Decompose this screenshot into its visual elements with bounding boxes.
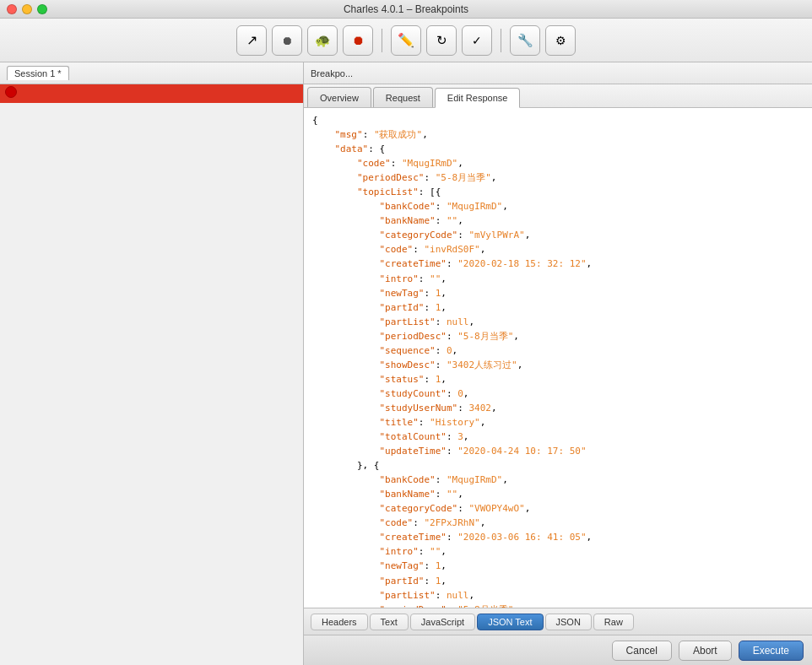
breakpoint-icon: ⏺ bbox=[352, 33, 365, 47]
toolbar: ↗ ⏺ 🐢 ⏺ ✏️ ↻ ✓ 🔧 ⚙ bbox=[0, 19, 812, 62]
tab-edit-response[interactable]: Edit Response bbox=[435, 88, 521, 108]
tab-overview[interactable]: Overview bbox=[307, 87, 371, 107]
toolbar-separator-1 bbox=[382, 29, 382, 52]
throttle-icon: 🐢 bbox=[315, 33, 331, 48]
session-tab[interactable]: Session 1 * bbox=[7, 66, 69, 80]
main-container: Session 1 * Breakpo... Overview Request bbox=[0, 62, 812, 665]
titlebar: Charles 4.0.1 – Breakpoints bbox=[0, 0, 812, 19]
tab-request[interactable]: Request bbox=[373, 87, 433, 107]
start-recording-button[interactable]: ↗ bbox=[236, 25, 267, 56]
cancel-button[interactable]: Cancel bbox=[612, 641, 672, 661]
breakpoints-header: Breakpo... bbox=[304, 62, 812, 84]
tabs-bar: Overview Request Edit Response bbox=[304, 84, 812, 108]
session-bar: Session 1 * bbox=[0, 62, 303, 84]
toolbar-separator-2 bbox=[501, 29, 501, 52]
left-panel: Session 1 * bbox=[0, 62, 304, 665]
bottom-tabs-bar: Headers Text JavaScript JSON Text JSON R… bbox=[304, 608, 812, 635]
tools-icon: 🔧 bbox=[517, 33, 533, 48]
abort-button[interactable]: Abort bbox=[679, 641, 732, 661]
left-icon-row bbox=[5, 86, 17, 98]
pencil-button[interactable]: ✏️ bbox=[391, 25, 421, 56]
pencil-icon: ✏️ bbox=[398, 32, 414, 48]
gear-icon: ⚙ bbox=[555, 34, 566, 47]
tab-json-text[interactable]: JSON Text bbox=[477, 614, 543, 630]
error-icon bbox=[5, 86, 17, 98]
record-button[interactable]: ⏺ bbox=[272, 25, 302, 56]
throttle-button[interactable]: 🐢 bbox=[307, 25, 338, 56]
tab-raw[interactable]: Raw bbox=[593, 614, 634, 630]
left-content bbox=[0, 84, 303, 665]
tab-headers[interactable]: Headers bbox=[311, 614, 368, 630]
tools-button[interactable]: 🔧 bbox=[510, 25, 540, 56]
check-button[interactable]: ✓ bbox=[462, 25, 492, 56]
breakpoints-label: Breakpo... bbox=[311, 68, 353, 78]
window-controls bbox=[7, 4, 47, 14]
close-button[interactable] bbox=[7, 4, 17, 14]
action-bar: Cancel Abort Execute bbox=[304, 635, 812, 665]
json-content-area[interactable]: { "msg": "获取成功", "data": { "code": "Mqug… bbox=[304, 108, 812, 608]
refresh-button[interactable]: ↻ bbox=[426, 25, 457, 56]
arrow-icon: ↗ bbox=[246, 32, 257, 48]
maximize-button[interactable] bbox=[37, 4, 47, 14]
tab-text[interactable]: Text bbox=[370, 614, 409, 630]
breakpoint-button[interactable]: ⏺ bbox=[343, 25, 373, 56]
refresh-icon: ↻ bbox=[436, 33, 447, 48]
tab-json[interactable]: JSON bbox=[545, 614, 592, 630]
settings-button[interactable]: ⚙ bbox=[545, 25, 576, 56]
record-icon: ⏺ bbox=[281, 34, 293, 47]
window-title: Charles 4.0.1 – Breakpoints bbox=[344, 3, 468, 15]
execute-button[interactable]: Execute bbox=[739, 641, 804, 661]
right-panel: Breakpo... Overview Request Edit Respons… bbox=[304, 62, 812, 665]
tab-javascript[interactable]: JavaScript bbox=[410, 614, 475, 630]
minimize-button[interactable] bbox=[22, 4, 32, 14]
red-bar-overlay bbox=[0, 84, 303, 103]
check-icon: ✓ bbox=[472, 34, 482, 47]
